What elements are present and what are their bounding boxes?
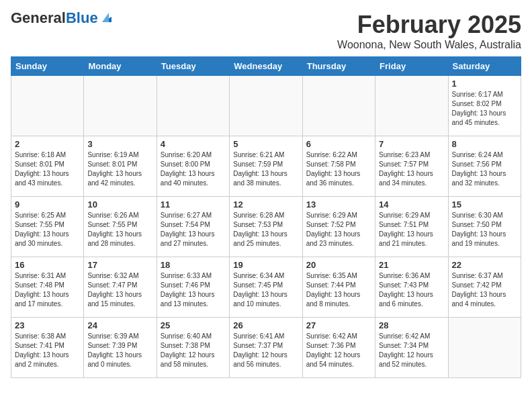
calendar-cell: 12Sunrise: 6:28 AMSunset: 7:53 PMDayligh…	[230, 197, 302, 257]
day-number: 3	[87, 139, 152, 149]
calendar-cell: 3Sunrise: 6:19 AMSunset: 8:01 PMDaylight…	[84, 136, 157, 197]
calendar-week-4: 16Sunrise: 6:31 AMSunset: 7:48 PMDayligh…	[11, 257, 521, 318]
day-info: Sunrise: 6:26 AMSunset: 7:55 PMDaylight:…	[87, 211, 152, 248]
day-info: Sunrise: 6:39 AMSunset: 7:39 PMDaylight:…	[87, 332, 152, 369]
day-number: 22	[452, 260, 517, 270]
day-number: 27	[306, 320, 371, 330]
day-info: Sunrise: 6:35 AMSunset: 7:44 PMDaylight:…	[306, 271, 371, 309]
calendar-cell: 28Sunrise: 6:42 AMSunset: 7:34 PMDayligh…	[375, 318, 448, 378]
day-number: 25	[161, 320, 226, 330]
day-info: Sunrise: 6:21 AMSunset: 7:59 PMDaylight:…	[233, 150, 298, 188]
day-info: Sunrise: 6:32 AMSunset: 7:47 PMDaylight:…	[87, 271, 152, 309]
day-number: 19	[233, 260, 298, 270]
day-info: Sunrise: 6:28 AMSunset: 7:53 PMDaylight:…	[233, 211, 298, 248]
calendar-cell: 4Sunrise: 6:20 AMSunset: 8:00 PMDaylight…	[157, 136, 229, 197]
day-number: 28	[379, 320, 444, 330]
month-title: February 2025	[337, 11, 521, 39]
day-info: Sunrise: 6:19 AMSunset: 8:01 PMDaylight:…	[87, 150, 152, 188]
day-number: 11	[161, 199, 226, 210]
calendar-cell: 16Sunrise: 6:31 AMSunset: 7:48 PMDayligh…	[11, 257, 84, 318]
day-number: 15	[452, 199, 517, 210]
calendar-cell: 7Sunrise: 6:23 AMSunset: 7:57 PMDaylight…	[375, 136, 448, 197]
calendar-cell	[448, 318, 521, 378]
day-number: 7	[379, 139, 444, 149]
day-number: 14	[379, 199, 444, 210]
calendar-cell	[11, 76, 84, 136]
weekday-header-sunday: Sunday	[11, 57, 84, 76]
calendar-cell: 6Sunrise: 6:22 AMSunset: 7:58 PMDaylight…	[302, 136, 375, 197]
logo: GeneralBlue	[11, 11, 114, 26]
calendar-cell	[157, 76, 229, 136]
weekday-header-tuesday: Tuesday	[157, 57, 229, 76]
calendar-cell: 10Sunrise: 6:26 AMSunset: 7:55 PMDayligh…	[84, 197, 157, 257]
calendar-cell: 21Sunrise: 6:36 AMSunset: 7:43 PMDayligh…	[375, 257, 448, 318]
calendar-cell: 11Sunrise: 6:27 AMSunset: 7:54 PMDayligh…	[157, 197, 229, 257]
calendar-cell: 27Sunrise: 6:42 AMSunset: 7:36 PMDayligh…	[302, 318, 375, 378]
day-info: Sunrise: 6:29 AMSunset: 7:51 PMDaylight:…	[379, 211, 444, 248]
calendar-cell: 22Sunrise: 6:37 AMSunset: 7:42 PMDayligh…	[448, 257, 521, 318]
weekday-header-thursday: Thursday	[302, 57, 375, 76]
day-info: Sunrise: 6:23 AMSunset: 7:57 PMDaylight:…	[379, 150, 444, 188]
day-info: Sunrise: 6:41 AMSunset: 7:37 PMDaylight:…	[233, 332, 298, 369]
day-info: Sunrise: 6:42 AMSunset: 7:34 PMDaylight:…	[379, 332, 444, 369]
calendar-cell	[230, 76, 302, 136]
day-info: Sunrise: 6:30 AMSunset: 7:50 PMDaylight:…	[452, 211, 517, 248]
day-number: 6	[306, 139, 371, 149]
page-header: GeneralBlue February 2025 Woonona, New S…	[11, 11, 521, 51]
calendar-cell: 14Sunrise: 6:29 AMSunset: 7:51 PMDayligh…	[375, 197, 448, 257]
logo-text: GeneralBlue	[11, 11, 98, 26]
calendar-cell: 5Sunrise: 6:21 AMSunset: 7:59 PMDaylight…	[230, 136, 302, 197]
calendar-cell: 26Sunrise: 6:41 AMSunset: 7:37 PMDayligh…	[230, 318, 302, 378]
day-number: 12	[233, 199, 298, 210]
day-number: 16	[15, 260, 80, 270]
calendar-table: SundayMondayTuesdayWednesdayThursdayFrid…	[11, 56, 521, 378]
weekday-header-monday: Monday	[84, 57, 157, 76]
weekday-header-saturday: Saturday	[448, 57, 521, 76]
day-number: 10	[87, 199, 152, 210]
calendar-cell: 18Sunrise: 6:33 AMSunset: 7:46 PMDayligh…	[157, 257, 229, 318]
calendar-cell: 19Sunrise: 6:34 AMSunset: 7:45 PMDayligh…	[230, 257, 302, 318]
svg-marker-1	[102, 13, 109, 22]
day-number: 13	[306, 199, 371, 210]
day-info: Sunrise: 6:40 AMSunset: 7:38 PMDaylight:…	[161, 332, 226, 369]
day-info: Sunrise: 6:33 AMSunset: 7:46 PMDaylight:…	[161, 271, 226, 309]
day-number: 4	[161, 139, 226, 149]
day-info: Sunrise: 6:36 AMSunset: 7:43 PMDaylight:…	[379, 271, 444, 309]
day-number: 24	[87, 320, 152, 330]
day-number: 21	[379, 260, 444, 270]
calendar-week-3: 9Sunrise: 6:25 AMSunset: 7:55 PMDaylight…	[11, 197, 521, 257]
calendar-cell: 15Sunrise: 6:30 AMSunset: 7:50 PMDayligh…	[448, 197, 521, 257]
day-info: Sunrise: 6:34 AMSunset: 7:45 PMDaylight:…	[233, 271, 298, 309]
day-info: Sunrise: 6:22 AMSunset: 7:58 PMDaylight:…	[306, 150, 371, 188]
title-section: February 2025 Woonona, New South Wales, …	[337, 11, 521, 51]
day-info: Sunrise: 6:20 AMSunset: 8:00 PMDaylight:…	[161, 150, 226, 188]
calendar-cell	[375, 76, 448, 136]
location: Woonona, New South Wales, Australia	[337, 39, 521, 51]
day-number: 2	[15, 139, 80, 149]
calendar-cell: 8Sunrise: 6:24 AMSunset: 7:56 PMDaylight…	[448, 136, 521, 197]
day-info: Sunrise: 6:31 AMSunset: 7:48 PMDaylight:…	[15, 271, 80, 309]
weekday-header-friday: Friday	[375, 57, 448, 76]
day-number: 26	[233, 320, 298, 330]
calendar-cell	[84, 76, 157, 136]
weekday-header-wednesday: Wednesday	[230, 57, 302, 76]
calendar-week-5: 23Sunrise: 6:38 AMSunset: 7:41 PMDayligh…	[11, 318, 521, 378]
calendar-cell	[302, 76, 375, 136]
day-info: Sunrise: 6:27 AMSunset: 7:54 PMDaylight:…	[161, 211, 226, 248]
day-info: Sunrise: 6:29 AMSunset: 7:52 PMDaylight:…	[306, 211, 371, 248]
day-info: Sunrise: 6:24 AMSunset: 7:56 PMDaylight:…	[452, 150, 517, 188]
day-info: Sunrise: 6:25 AMSunset: 7:55 PMDaylight:…	[15, 211, 80, 248]
calendar-cell: 17Sunrise: 6:32 AMSunset: 7:47 PMDayligh…	[84, 257, 157, 318]
day-number: 9	[15, 199, 80, 210]
day-info: Sunrise: 6:37 AMSunset: 7:42 PMDaylight:…	[452, 271, 517, 309]
logo-icon	[99, 10, 114, 25]
calendar-week-1: 1Sunrise: 6:17 AMSunset: 8:02 PMDaylight…	[11, 76, 521, 136]
day-number: 18	[161, 260, 226, 270]
calendar-cell: 20Sunrise: 6:35 AMSunset: 7:44 PMDayligh…	[302, 257, 375, 318]
day-number: 8	[452, 139, 517, 149]
day-number: 23	[15, 320, 80, 330]
day-info: Sunrise: 6:38 AMSunset: 7:41 PMDaylight:…	[15, 332, 80, 369]
calendar-cell: 24Sunrise: 6:39 AMSunset: 7:39 PMDayligh…	[84, 318, 157, 378]
calendar-header-row: SundayMondayTuesdayWednesdayThursdayFrid…	[11, 57, 521, 76]
calendar-cell: 23Sunrise: 6:38 AMSunset: 7:41 PMDayligh…	[11, 318, 84, 378]
